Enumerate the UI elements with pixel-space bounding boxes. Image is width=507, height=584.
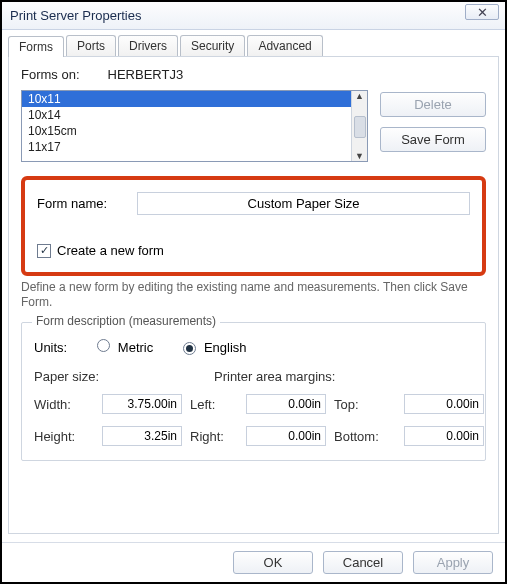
right-label: Right:: [190, 429, 238, 444]
highlighted-area: Form name: Custom Paper Size ✓ Create a …: [21, 176, 486, 276]
close-icon: ✕: [477, 5, 488, 20]
list-item[interactable]: 10x11: [22, 91, 367, 107]
window-title: Print Server Properties: [10, 8, 142, 23]
apply-button[interactable]: Apply: [413, 551, 493, 574]
left-input[interactable]: 0.00in: [246, 394, 326, 414]
measurements-grid: Width: 3.75.00in Left: 0.00in Top: 0.00i…: [34, 394, 473, 446]
units-english-option[interactable]: English: [183, 340, 246, 355]
tab-security[interactable]: Security: [180, 35, 245, 56]
delete-button[interactable]: Delete: [380, 92, 486, 117]
margins-label: Printer area margins:: [214, 369, 335, 384]
top-label: Top:: [334, 397, 396, 412]
units-metric-label: Metric: [118, 340, 153, 355]
scrollbar[interactable]: ▲ ▼: [351, 91, 367, 161]
tab-body: Forms on: HERBERTJ3 10x11 10x14 10x15cm …: [8, 56, 499, 534]
forms-on-label: Forms on:: [21, 67, 80, 82]
close-button[interactable]: ✕: [465, 4, 499, 20]
radio-metric[interactable]: [97, 339, 110, 352]
width-label: Width:: [34, 397, 94, 412]
create-new-form-checkbox[interactable]: ✓: [37, 244, 51, 258]
bottom-label: Bottom:: [334, 429, 396, 444]
scroll-thumb[interactable]: [354, 116, 366, 138]
list-item[interactable]: 10x15cm: [22, 123, 367, 139]
tab-drivers[interactable]: Drivers: [118, 35, 178, 56]
right-input[interactable]: 0.00in: [246, 426, 326, 446]
radio-english[interactable]: [183, 342, 196, 355]
form-name-label: Form name:: [37, 196, 107, 211]
create-new-form-label: Create a new form: [57, 243, 164, 258]
form-name-row: Form name: Custom Paper Size: [37, 192, 470, 215]
height-label: Height:: [34, 429, 94, 444]
scroll-up-icon[interactable]: ▲: [355, 91, 364, 101]
side-buttons: Delete Save Form: [380, 92, 486, 162]
units-row: Units: Metric English: [34, 339, 473, 355]
measurements-fieldset: Form description (measurements) Units: M…: [21, 322, 486, 461]
paper-size-label: Paper size:: [34, 369, 214, 384]
dialog-footer: OK Cancel Apply: [2, 542, 505, 582]
fieldset-legend: Form description (measurements): [32, 314, 220, 328]
top-input[interactable]: 0.00in: [404, 394, 484, 414]
forms-on-value: HERBERTJ3: [108, 67, 184, 82]
list-item[interactable]: 11x17: [22, 139, 367, 155]
tab-ports[interactable]: Ports: [66, 35, 116, 56]
height-input[interactable]: 3.25in: [102, 426, 182, 446]
left-label: Left:: [190, 397, 238, 412]
units-english-label: English: [204, 340, 247, 355]
forms-on-row: Forms on: HERBERTJ3: [21, 67, 486, 82]
hint-text: Define a new form by editing the existin…: [21, 280, 486, 310]
create-new-form-row: ✓ Create a new form: [37, 243, 470, 258]
form-name-input[interactable]: Custom Paper Size: [137, 192, 470, 215]
scroll-down-icon[interactable]: ▼: [355, 151, 364, 161]
save-form-button[interactable]: Save Form: [380, 127, 486, 152]
forms-list-area: 10x11 10x14 10x15cm 11x17 ▲ ▼ Delete Sav…: [21, 90, 486, 162]
forms-listbox[interactable]: 10x11 10x14 10x15cm 11x17 ▲ ▼: [21, 90, 368, 162]
width-input[interactable]: 3.75.00in: [102, 394, 182, 414]
cancel-button[interactable]: Cancel: [323, 551, 403, 574]
title-bar: Print Server Properties ✕: [2, 2, 505, 30]
bottom-input[interactable]: 0.00in: [404, 426, 484, 446]
tab-advanced[interactable]: Advanced: [247, 35, 322, 56]
ok-button[interactable]: OK: [233, 551, 313, 574]
tabs: Forms Ports Drivers Security Advanced: [2, 30, 505, 56]
units-label: Units:: [34, 340, 67, 355]
units-metric-option[interactable]: Metric: [97, 339, 153, 355]
list-item[interactable]: 10x14: [22, 107, 367, 123]
window: Print Server Properties ✕ Forms Ports Dr…: [0, 0, 507, 584]
tab-forms[interactable]: Forms: [8, 36, 64, 57]
section-labels: Paper size: Printer area margins:: [34, 369, 473, 384]
